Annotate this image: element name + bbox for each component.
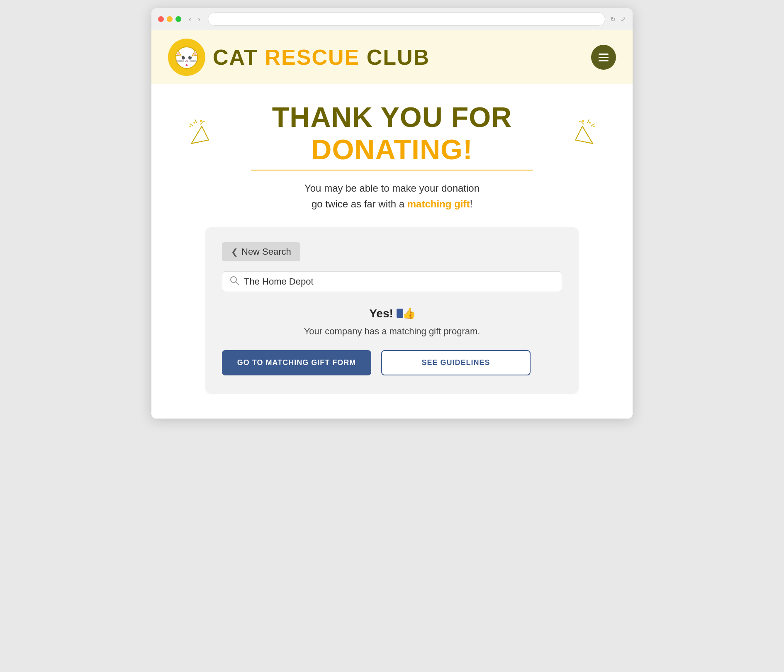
yes-line: Yes! 👍	[222, 304, 562, 323]
go-to-form-button[interactable]: GO TO MATCHING GIFT FORM	[222, 350, 371, 375]
svg-line-31	[236, 282, 239, 285]
new-search-button[interactable]: ❮ New Search	[222, 242, 300, 261]
svg-rect-20	[190, 126, 191, 127]
reload-button[interactable]: ↻	[610, 15, 616, 23]
cta-buttons: GO TO MATCHING GIFT FORM SEE GUIDELINES	[222, 350, 562, 375]
yes-text: Yes!	[369, 307, 393, 320]
svg-marker-22	[575, 126, 592, 143]
svg-rect-27	[589, 122, 590, 123]
subtitle-line2: go twice as far with a	[312, 198, 407, 209]
svg-text:👍: 👍	[402, 307, 415, 319]
logo-area: CAT RESCUE CLUB	[168, 39, 430, 76]
fullscreen-button[interactable]	[175, 16, 181, 22]
subtitle-end: !	[470, 198, 472, 209]
svg-line-24	[587, 119, 589, 123]
close-button[interactable]	[158, 16, 164, 22]
logo-circle	[168, 39, 205, 76]
title-highlight: DONATING!	[311, 134, 472, 165]
traffic-lights	[158, 16, 181, 22]
search-card: ❮ New Search Yes!	[205, 227, 579, 394]
subtitle-line1: You may be able to make your donation	[304, 183, 480, 194]
svg-rect-21	[204, 121, 205, 122]
result-subtitle: Your company has a matching gift program…	[222, 326, 562, 337]
address-bar[interactable]	[208, 12, 605, 26]
svg-marker-14	[192, 126, 209, 143]
result-area: Yes! 👍 Your company has a matching gift …	[222, 304, 562, 337]
party-popper-left-icon	[185, 117, 212, 150]
site-header: CAT RESCUE CLUB	[151, 30, 633, 84]
thank-you-title: THANK YOU FOR DONATING!	[222, 101, 562, 166]
cat-logo-icon	[172, 43, 201, 72]
main-content: THANK YOU FOR DONATING! You may be able …	[151, 84, 633, 419]
svg-point-9	[186, 60, 188, 61]
minimize-button[interactable]	[167, 16, 173, 22]
nav-buttons: ‹ ›	[186, 14, 203, 24]
svg-rect-28	[593, 126, 594, 127]
svg-point-6	[188, 56, 192, 60]
thumbs-up-icon: 👍	[397, 304, 415, 323]
title-cat: CAT	[213, 45, 258, 69]
title-static: THANK YOU FOR	[272, 101, 512, 133]
svg-line-16	[195, 119, 197, 123]
forward-button[interactable]: ›	[195, 14, 203, 24]
title-club: CLUB	[367, 45, 430, 69]
title-rescue: RESCUE	[265, 45, 360, 69]
chevron-left-icon: ❮	[231, 247, 238, 257]
menu-button[interactable]	[591, 45, 616, 70]
svg-rect-19	[194, 122, 195, 123]
new-search-label: New Search	[241, 246, 291, 257]
matching-gift-text: matching gift	[407, 198, 470, 209]
heading-row: THANK YOU FOR DONATING!	[185, 101, 599, 166]
svg-rect-18	[200, 120, 202, 122]
svg-point-8	[190, 56, 191, 57]
divider	[251, 170, 533, 170]
search-input[interactable]	[244, 276, 554, 287]
svg-rect-29	[579, 121, 579, 122]
svg-point-5	[182, 56, 185, 60]
subtitle-text: You may be able to make your donation go…	[185, 180, 599, 212]
back-button[interactable]: ‹	[186, 14, 194, 24]
search-input-wrapper	[222, 271, 562, 292]
hamburger-icon	[599, 54, 609, 61]
browser-chrome: ‹ › ↻ ⤢	[151, 8, 633, 30]
thank-you-section: THANK YOU FOR DONATING! You may be able …	[185, 101, 599, 212]
browser-window: ‹ › ↻ ⤢	[151, 8, 633, 419]
expand-button[interactable]: ⤢	[621, 15, 626, 23]
see-guidelines-button[interactable]: SEE GUIDELINES	[381, 350, 531, 375]
party-popper-right-icon	[572, 117, 599, 150]
svg-point-7	[184, 56, 185, 57]
search-icon	[230, 276, 239, 287]
site-title: CAT RESCUE CLUB	[213, 45, 430, 70]
svg-rect-26	[582, 120, 584, 122]
